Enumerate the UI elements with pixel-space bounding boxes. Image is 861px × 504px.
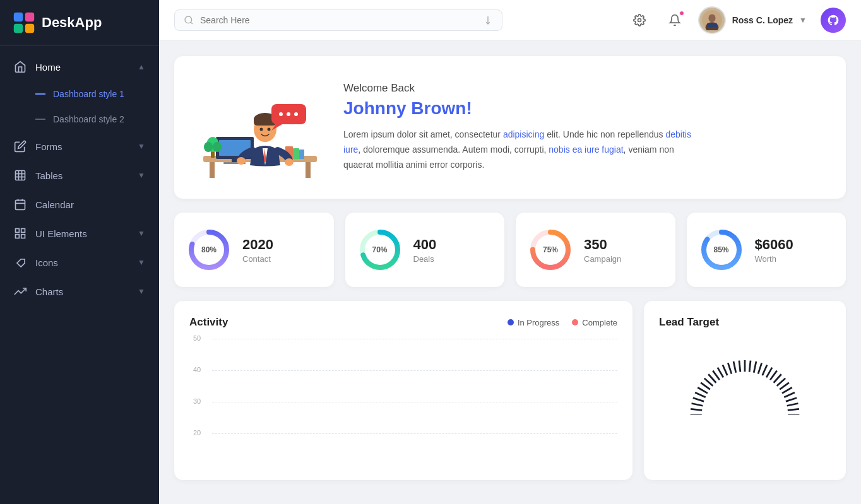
svg-line-86 <box>780 383 789 390</box>
settings-icon <box>633 14 646 26</box>
svg-rect-2 <box>14 24 23 33</box>
svg-line-78 <box>749 361 751 372</box>
legend-label-in-progress: In Progress <box>518 318 559 327</box>
stat-card-worth: 85% $6060 Worth <box>687 213 846 287</box>
svg-point-24 <box>708 14 715 22</box>
welcome-text: Welcome Back Johnny Brown! Lorem ipsum d… <box>343 82 697 172</box>
chevron-up-icon: ▲ <box>138 62 145 71</box>
svg-line-87 <box>782 387 792 393</box>
sidebar-item-calendar[interactable]: Calendar <box>0 190 159 219</box>
svg-rect-26 <box>707 23 717 27</box>
svg-line-74 <box>728 363 732 373</box>
svg-line-68 <box>701 383 710 390</box>
svg-line-65 <box>693 398 704 402</box>
stat-card-deals: 70% 400 Deals <box>345 213 505 287</box>
person-illustration <box>197 74 323 181</box>
settings-button[interactable] <box>627 8 651 32</box>
chevron-down-forms-icon: ▼ <box>138 142 145 151</box>
grid-icon <box>14 227 27 240</box>
sidebar-item-calendar-label: Calendar <box>35 199 74 210</box>
svg-rect-36 <box>299 149 304 159</box>
notifications-button[interactable] <box>663 8 687 32</box>
legend-label-complete: Complete <box>582 318 617 327</box>
stat-info-deals: 400 Deals <box>413 237 437 264</box>
download-icon <box>483 15 493 25</box>
svg-point-51 <box>287 112 290 116</box>
svg-line-80 <box>758 363 762 373</box>
svg-rect-4 <box>16 171 25 180</box>
header: Ross C. Lopez ▼ <box>159 0 861 41</box>
stat-card-contact: 80% 2020 Contact <box>174 213 334 287</box>
activity-title: Activity <box>189 316 228 329</box>
sidebar-item-ui-label: UI Elements <box>35 228 87 239</box>
notification-dot <box>679 11 684 16</box>
stats-row: 80% 2020 Contact <box>174 213 846 287</box>
donut-deals: 70% <box>358 228 402 272</box>
sidebar-item-charts[interactable]: Charts ▼ <box>0 277 159 306</box>
sidebar-item-forms[interactable]: Forms ▼ <box>0 132 159 161</box>
donut-label-deals: 70% <box>372 245 387 254</box>
svg-point-42 <box>237 157 246 165</box>
stat-name-worth: Worth <box>755 254 793 264</box>
bar-chart-area: 50 40 30 20 <box>189 339 617 465</box>
sidebar-nav: Home ▲ Dashboard style 1 Dashboard style… <box>0 46 159 504</box>
stat-info-worth: $6060 Worth <box>755 237 793 264</box>
bell-icon <box>668 14 681 26</box>
gauge-svg <box>682 336 808 437</box>
avatar <box>698 6 726 34</box>
sidebar-item-home[interactable]: Home ▲ <box>0 52 159 81</box>
svg-line-72 <box>718 368 723 378</box>
svg-line-67 <box>698 387 708 393</box>
sidebar-item-ui-elements[interactable]: UI Elements ▼ <box>0 219 159 248</box>
github-icon <box>827 14 840 26</box>
user-dropdown-icon: ▼ <box>799 16 807 25</box>
svg-line-91 <box>788 409 799 410</box>
app-logo-icon <box>13 11 35 34</box>
svg-point-47 <box>260 128 263 131</box>
svg-point-52 <box>294 112 298 116</box>
donut-label-worth: 85% <box>713 245 728 254</box>
chevron-down-icons-icon: ▼ <box>138 258 145 267</box>
sidebar-item-dashboard1[interactable]: Dashboard style 1 <box>0 81 159 107</box>
svg-point-19 <box>185 16 192 23</box>
user-name: Ross C. Lopez <box>732 15 793 25</box>
legend-dot-complete <box>572 319 578 325</box>
welcome-body: Lorem ipsum dolor sit amet, consectetur … <box>343 127 697 172</box>
gauge-wrap <box>682 339 808 433</box>
donut-contact: 80% <box>187 228 231 272</box>
sidebar-item-icons-label: Icons <box>35 257 58 268</box>
svg-line-85 <box>777 378 786 386</box>
stat-value-contact: 2020 <box>242 237 273 253</box>
calendar-icon <box>14 198 27 211</box>
legend-complete: Complete <box>572 318 617 327</box>
svg-point-50 <box>279 112 283 116</box>
activity-card: Activity In Progress Complete <box>174 301 632 480</box>
search-box[interactable] <box>174 9 502 31</box>
donut-label-contact: 80% <box>201 245 217 254</box>
lead-target-card: Lead Target <box>644 301 846 480</box>
svg-marker-17 <box>17 259 25 267</box>
search-input[interactable] <box>200 15 477 25</box>
chart-legend: In Progress Complete <box>508 318 617 327</box>
svg-line-63 <box>691 409 702 410</box>
svg-rect-13 <box>16 229 20 233</box>
svg-line-84 <box>774 374 781 383</box>
stat-card-campaign: 75% 350 Campaign <box>516 213 675 287</box>
svg-point-48 <box>268 128 271 131</box>
welcome-illustration <box>197 74 323 181</box>
stat-name-campaign: Campaign <box>584 254 621 264</box>
legend-dot-in-progress <box>508 319 514 325</box>
sidebar: DeskApp Home ▲ Dashboard style 1 Dashboa… <box>0 0 159 504</box>
github-button[interactable] <box>821 8 846 33</box>
app-name: DeskApp <box>42 15 102 31</box>
stat-name-contact: Contact <box>242 254 273 264</box>
user-profile[interactable]: Ross C. Lopez ▼ <box>698 6 807 34</box>
sidebar-item-dashboard1-label: Dashboard style 1 <box>53 89 124 99</box>
svg-rect-9 <box>16 200 25 209</box>
donut-label-campaign: 75% <box>543 245 558 254</box>
sidebar-item-charts-label: Charts <box>35 286 63 297</box>
sidebar-item-dashboard2[interactable]: Dashboard style 2 <box>0 107 159 132</box>
svg-line-89 <box>786 398 797 402</box>
sidebar-item-tables[interactable]: Tables ▼ <box>0 161 159 190</box>
sidebar-item-icons[interactable]: Icons ▼ <box>0 248 159 277</box>
